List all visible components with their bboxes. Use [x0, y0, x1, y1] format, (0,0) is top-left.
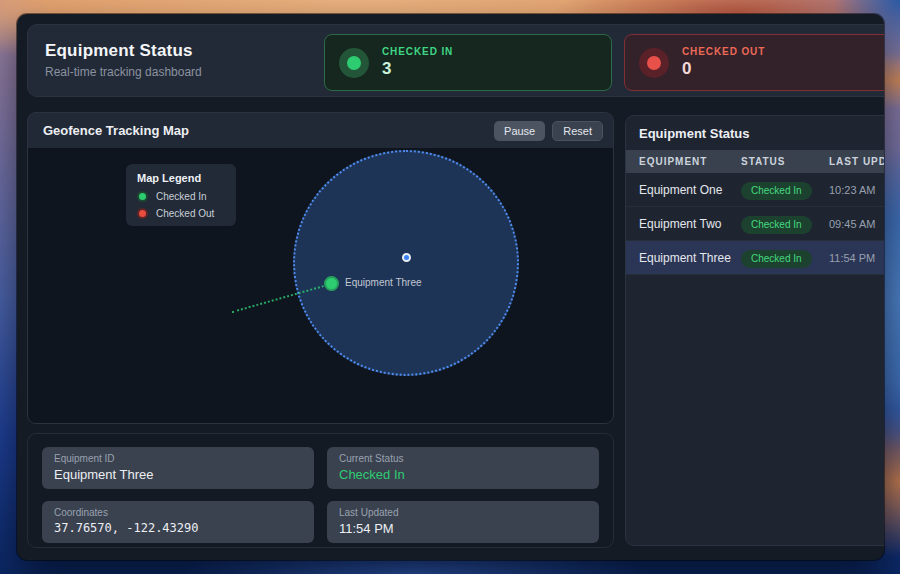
legend-item-checked-in: Checked In: [137, 191, 225, 202]
legend-checked-out-dot-icon: [137, 208, 148, 219]
cell-last-update: 10:23 AM: [829, 184, 884, 196]
cell-last-update: 11:54 PM: [829, 252, 884, 264]
column-header-equipment: EQUIPMENT: [639, 156, 741, 167]
map-panel: Geofence Tracking Map Pause Reset Equipm…: [27, 112, 614, 424]
equipment-id-value: Equipment Three: [54, 467, 302, 482]
equipment-details-panel: Equipment ID Equipment Three Current Sta…: [27, 433, 614, 548]
checked-out-label: CHECKED OUT: [682, 46, 765, 57]
equipment-marker[interactable]: [324, 276, 339, 291]
checked-out-card: CHECKED OUT 0: [624, 34, 884, 91]
current-status-label: Current Status: [339, 453, 587, 464]
status-badge: Checked In: [741, 250, 812, 268]
header-card: Equipment Status Real-time tracking dash…: [27, 24, 884, 97]
column-header-status: STATUS: [741, 156, 829, 167]
map-panel-header: Geofence Tracking Map Pause Reset: [28, 113, 613, 148]
last-updated-card: Last Updated 11:54 PM: [327, 501, 599, 543]
table-header-row: EQUIPMENT STATUS LAST UPDATE: [626, 150, 884, 173]
equipment-status-panel-title: Equipment Status: [626, 116, 884, 150]
legend-checked-in-dot-icon: [137, 191, 148, 202]
table-row[interactable]: Equipment One Checked In 10:23 AM: [626, 173, 884, 207]
checked-in-dot-icon: [339, 48, 369, 78]
table-row-selected[interactable]: Equipment Three Checked In 11:54 PM: [626, 241, 884, 275]
legend-checked-in-label: Checked In: [156, 191, 207, 202]
geofence-circle: [293, 150, 519, 376]
checked-in-count: 3: [382, 59, 453, 79]
title-block: Equipment Status Real-time tracking dash…: [45, 41, 202, 79]
legend-item-checked-out: Checked Out: [137, 208, 225, 219]
cell-equipment: Equipment One: [639, 183, 741, 197]
legend-checked-out-label: Checked Out: [156, 208, 214, 219]
geofence-center-icon: [402, 253, 411, 262]
table-row[interactable]: Equipment Two Checked In 09:45 AM: [626, 207, 884, 241]
cell-last-update: 09:45 AM: [829, 218, 884, 230]
map-canvas[interactable]: Equipment Three Map Legend Checked In Ch…: [28, 148, 613, 424]
current-status-value: Checked In: [339, 467, 587, 482]
cell-equipment: Equipment Three: [639, 251, 741, 265]
cell-equipment: Equipment Two: [639, 217, 741, 231]
last-updated-value: 11:54 PM: [339, 521, 587, 536]
map-legend: Map Legend Checked In Checked Out: [126, 164, 236, 226]
desktop-wallpaper: Equipment Status Real-time tracking dash…: [0, 0, 900, 574]
coordinates-label: Coordinates: [54, 507, 302, 518]
page-title: Equipment Status: [45, 41, 202, 61]
checked-in-card: CHECKED IN 3: [324, 34, 612, 91]
app-window: Equipment Status Real-time tracking dash…: [17, 14, 884, 560]
map-legend-title: Map Legend: [137, 172, 225, 184]
checked-out-dot-icon: [639, 48, 669, 78]
current-status-card: Current Status Checked In: [327, 447, 599, 489]
coordinates-value: 37.76570, -122.43290: [54, 521, 302, 535]
page-subtitle: Real-time tracking dashboard: [45, 65, 202, 79]
last-updated-label: Last Updated: [339, 507, 587, 518]
checked-out-count: 0: [682, 59, 765, 79]
equipment-marker-label: Equipment Three: [345, 277, 422, 288]
status-badge: Checked In: [741, 216, 812, 234]
map-panel-title: Geofence Tracking Map: [43, 123, 189, 138]
equipment-status-panel: Equipment Status EQUIPMENT STATUS LAST U…: [625, 115, 884, 546]
column-header-last-update: LAST UPDATE: [829, 156, 884, 167]
equipment-id-label: Equipment ID: [54, 453, 302, 464]
checked-in-label: CHECKED IN: [382, 46, 453, 57]
reset-button[interactable]: Reset: [552, 121, 603, 141]
status-badge: Checked In: [741, 182, 812, 200]
coordinates-card: Coordinates 37.76570, -122.43290: [42, 501, 314, 543]
pause-button[interactable]: Pause: [494, 121, 545, 141]
equipment-id-card: Equipment ID Equipment Three: [42, 447, 314, 489]
